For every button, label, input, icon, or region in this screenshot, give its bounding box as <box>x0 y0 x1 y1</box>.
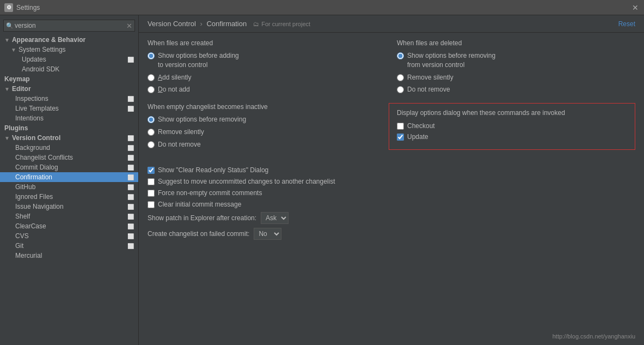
sidebar-label-appearance: Appearance & Behavior <box>12 36 85 44</box>
radio-show-before-removing[interactable]: Show options before removing <box>148 115 378 124</box>
radio-show-before-removing-input[interactable] <box>148 116 155 123</box>
force-nonempty-input[interactable] <box>148 190 155 197</box>
config-icon: ⬜ <box>127 204 134 210</box>
when-empty-radio-group: Show options before removing Remove sile… <box>148 115 378 149</box>
radio-remove-silently2[interactable]: Remove silently <box>148 128 378 137</box>
when-deleted-col: When files are deleted Show options befo… <box>397 39 635 94</box>
project-icon: 🗂 <box>253 21 259 27</box>
sidebar-item-confirmation[interactable]: Confirmation ⬜ <box>0 172 138 182</box>
close-button[interactable]: ✕ <box>631 3 640 12</box>
show-clear-readonly-label: Show "Clear Read-only Status" Dialog <box>158 166 268 174</box>
suggest-move-input[interactable] <box>148 178 155 185</box>
sidebar-item-intentions[interactable]: Intentions <box>0 113 138 123</box>
radio-add-silently-label: Add silently <box>158 73 191 82</box>
sidebar-item-system-settings[interactable]: ▼ System Settings <box>0 45 138 55</box>
radio-show-before-add[interactable]: Show options before addingto version con… <box>148 51 386 70</box>
clear-initial-input[interactable] <box>148 201 155 208</box>
sidebar-item-background[interactable]: Background ⬜ <box>0 143 138 153</box>
search-icon: 🔍 <box>6 22 14 29</box>
reset-button[interactable]: Reset <box>618 20 635 28</box>
sidebar-item-appearance[interactable]: ▼ Appearance & Behavior <box>0 35 138 45</box>
content-body: When files are created Show options befo… <box>139 33 644 345</box>
sidebar-item-inspections[interactable]: Inspections ⬜ <box>0 94 138 104</box>
display-options-box: Display options dialog when these comman… <box>389 103 635 150</box>
update-checkbox-input[interactable] <box>397 134 404 141</box>
radio-do-not-remove2-input[interactable] <box>148 141 155 148</box>
search-input[interactable] <box>3 20 135 32</box>
radio-show-before-remove-input[interactable] <box>397 52 404 59</box>
radio-do-not-add-input[interactable] <box>148 86 155 93</box>
sidebar-item-editor[interactable]: ▼ Editor <box>0 84 138 94</box>
radio-do-not-remove2[interactable]: Do not remove <box>148 140 378 149</box>
breadcrumb: Version Control › Confirmation <box>148 20 247 28</box>
config-icon: ⬜ <box>127 106 134 112</box>
config-icon: ⬜ <box>127 214 134 220</box>
radio-show-before-remove[interactable]: Show options before removingfrom version… <box>397 51 635 70</box>
sidebar-item-git[interactable]: Git ⬜ <box>0 241 138 251</box>
suggest-move-label: Suggest to move uncommitted changes to a… <box>158 178 335 185</box>
config-icon: ⬜ <box>127 223 134 229</box>
sidebar-item-updates[interactable]: Updates ⬜ <box>0 55 138 64</box>
sidebar-label-clearcase: ClearCase <box>15 222 46 230</box>
sidebar-label-commit-dialog: Commit Dialog <box>15 164 58 171</box>
checkout-checkbox[interactable]: Checkout <box>397 122 627 130</box>
force-nonempty-item[interactable]: Force non-empty commit comments <box>148 189 635 197</box>
clear-initial-item[interactable]: Clear initial commit message <box>148 201 635 208</box>
radio-remove-silently-input[interactable] <box>397 74 404 81</box>
when-deleted-radio-group: Show options before removingfrom version… <box>397 51 635 94</box>
show-patch-select[interactable]: Ask Yes No <box>261 212 289 224</box>
changelist-section: When empty changelist becomes inactive S… <box>148 103 635 158</box>
radio-do-not-add[interactable]: Do not add <box>148 85 386 94</box>
show-patch-label: Show patch in Explorer after creation: <box>148 214 256 222</box>
sidebar-item-ignored-files[interactable]: Ignored Files ⬜ <box>0 192 138 202</box>
radio-remove-silently2-input[interactable] <box>148 129 155 136</box>
sidebar-label-cvs: CVS <box>15 232 29 240</box>
radio-remove-silently2-label: Remove silently <box>158 128 204 137</box>
sidebar-item-issue-navigation[interactable]: Issue Navigation ⬜ <box>0 202 138 211</box>
radio-show-before-removing-label: Show options before removing <box>158 115 246 124</box>
radio-add-silently-input[interactable] <box>148 74 155 81</box>
sidebar-item-commit-dialog[interactable]: Commit Dialog ⬜ <box>0 162 138 172</box>
update-checkbox[interactable]: Update <box>397 133 627 141</box>
sidebar-label-background: Background <box>15 144 50 152</box>
radio-show-before-remove-label: Show options before removingfrom version… <box>407 51 495 70</box>
sidebar-label-github: GitHub <box>15 183 35 191</box>
config-icon: ⬜ <box>127 96 134 102</box>
suggest-move-item[interactable]: Suggest to move uncommitted changes to a… <box>148 178 635 185</box>
when-created-radio-group: Show options before addingto version con… <box>148 51 386 94</box>
radio-do-not-remove[interactable]: Do not remove <box>397 85 635 94</box>
sidebar-item-version-control[interactable]: ▼ Version Control ⬜ <box>0 133 138 143</box>
sidebar-item-shelf[interactable]: Shelf ⬜ <box>0 211 138 221</box>
sidebar-label-changelist-conflicts: Changelist Conflicts <box>15 154 73 161</box>
when-created-label: When files are created <box>148 39 386 47</box>
show-clear-readonly-item[interactable]: Show "Clear Read-only Status" Dialog <box>148 166 635 174</box>
radio-remove-silently[interactable]: Remove silently <box>397 73 635 82</box>
sidebar-item-cvs[interactable]: CVS ⬜ <box>0 231 138 241</box>
radio-show-before-add-input[interactable] <box>148 52 155 59</box>
config-icon: ⬜ <box>127 165 134 171</box>
sidebar-item-github[interactable]: GitHub ⬜ <box>0 182 138 192</box>
search-box: 🔍 ✕ <box>3 20 135 32</box>
content-area: Version Control › Confirmation 🗂 For cur… <box>139 15 644 345</box>
checkout-label: Checkout <box>407 122 435 130</box>
sidebar-item-plugins[interactable]: Plugins <box>0 123 138 133</box>
sidebar-item-mercurial[interactable]: Mercurial <box>0 251 138 261</box>
radio-do-not-remove-label: Do not remove <box>407 85 450 94</box>
sidebar-item-live-templates[interactable]: Live Templates ⬜ <box>0 104 138 113</box>
create-changelist-select[interactable]: No Yes Ask <box>254 228 281 240</box>
sidebar-item-clearcase[interactable]: ClearCase ⬜ <box>0 221 138 231</box>
sidebar-item-changelist-conflicts[interactable]: Changelist Conflicts ⬜ <box>0 153 138 162</box>
sidebar-item-keymap[interactable]: Keymap <box>0 74 138 84</box>
config-icon: ⬜ <box>127 233 134 239</box>
radio-add-silently[interactable]: Add silently <box>148 73 386 82</box>
show-clear-readonly-input[interactable] <box>148 167 155 174</box>
breadcrumb-current: Confirmation <box>206 20 247 28</box>
sidebar-label-version-control: Version Control <box>12 134 60 142</box>
sidebar-label-issue-navigation: Issue Navigation <box>15 203 64 210</box>
sidebar-item-android-sdk[interactable]: Android SDK <box>0 64 138 74</box>
clear-search-icon[interactable]: ✕ <box>126 22 132 30</box>
radio-do-not-remove-input[interactable] <box>397 86 404 93</box>
create-changelist-label: Create changelist on failed commit: <box>148 230 249 238</box>
when-created-col: When files are created Show options befo… <box>148 39 386 94</box>
checkout-checkbox-input[interactable] <box>397 123 404 130</box>
